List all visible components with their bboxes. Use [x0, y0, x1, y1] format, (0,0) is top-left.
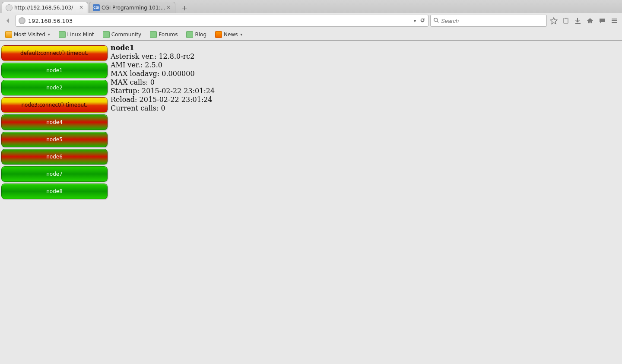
node-button-node8[interactable]: node8	[1, 184, 108, 199]
svg-rect-6	[612, 20, 617, 21]
bookmark-blog[interactable]: Blog	[184, 30, 208, 39]
bookmark-label: News	[224, 32, 238, 38]
node-label: node3:connect() timeout.	[21, 102, 87, 108]
node-label: node8	[46, 188, 63, 194]
browser-chrome: http://192.168.56.103/ × CGI CGI Program…	[0, 0, 622, 41]
chat-icon[interactable]	[597, 16, 607, 26]
node-button-default[interactable]: default:connect() timeout.	[1, 45, 108, 61]
tab-1[interactable]: CGI CGI Programming 101:... ×	[89, 2, 175, 13]
chevron-down-icon: ▾	[48, 32, 50, 37]
node-button-node3[interactable]: node3:connect() timeout.	[1, 97, 108, 113]
node-button-node4[interactable]: node4	[1, 114, 108, 130]
bookmark-community[interactable]: Community	[101, 30, 143, 39]
chevron-down-icon: ▾	[240, 32, 242, 37]
details-current-calls: Current calls: 0	[111, 104, 215, 113]
bookmark-label: Blog	[195, 32, 206, 38]
details-max-loadavg: MAX loadavg: 0.000000	[111, 70, 215, 78]
tab-title: CGI Programming 101:...	[102, 5, 165, 11]
tab-0[interactable]: http://192.168.56.103/ ×	[2, 2, 88, 13]
new-tab-button[interactable]: +	[179, 3, 190, 13]
details-asterisk-ver: Asterisk ver.: 12.8.0-rc2	[111, 52, 215, 61]
svg-line-1	[437, 21, 439, 22]
node-button-node6[interactable]: node6	[1, 149, 108, 165]
svg-rect-5	[612, 19, 617, 19]
svg-rect-7	[612, 22, 617, 23]
menu-icon[interactable]	[609, 16, 619, 26]
mint-icon	[150, 31, 157, 38]
svg-rect-3	[565, 18, 567, 19]
details-max-calls: MAX calls: 0	[111, 78, 215, 87]
node-details: node1 Asterisk ver.: 12.8.0-rc2 AMI ver.…	[110, 41, 216, 364]
node-label: node7	[46, 171, 63, 177]
tab-title: http://192.168.56.103/	[14, 5, 78, 11]
bookmark-linux-mint[interactable]: Linux Mint	[57, 30, 96, 39]
node-label: default:connect() timeout.	[20, 50, 89, 56]
cgi-icon: CGI	[93, 4, 100, 11]
node-label: node6	[46, 154, 63, 160]
nav-bar: 192.168.56.103 ▾	[0, 13, 622, 28]
home-icon[interactable]	[585, 16, 595, 26]
folder-icon	[5, 31, 12, 38]
bookmarks-bar: Most Visited ▾ Linux Mint Community Foru…	[0, 28, 622, 41]
url-bar[interactable]: 192.168.56.103 ▾	[16, 15, 428, 27]
bookmark-most-visited[interactable]: Most Visited ▾	[3, 30, 52, 39]
reload-icon[interactable]	[419, 17, 425, 25]
search-bar[interactable]	[430, 15, 547, 27]
clipboard-icon[interactable]	[561, 16, 571, 26]
tab-strip: http://192.168.56.103/ × CGI CGI Program…	[0, 0, 622, 13]
mint-icon	[186, 31, 193, 38]
svg-rect-2	[564, 18, 568, 23]
node-label: node2	[46, 85, 63, 91]
back-button[interactable]	[3, 15, 14, 26]
bookmark-label: Community	[111, 32, 141, 38]
mint-icon	[59, 31, 66, 38]
bookmark-label: Forums	[159, 32, 178, 38]
search-input[interactable]	[441, 18, 544, 24]
bookmark-star-icon[interactable]	[549, 16, 559, 26]
search-icon	[433, 17, 439, 25]
details-startup: Startup: 2015-02-22 23:01:24	[111, 87, 215, 95]
identity-icon	[19, 17, 25, 24]
node-button-node1[interactable]: node1	[1, 63, 108, 78]
details-ami-ver: AMI ver.: 2.5.0	[111, 61, 215, 70]
node-button-node7[interactable]: node7	[1, 166, 108, 182]
rss-icon	[215, 31, 222, 38]
node-label: node5	[46, 136, 63, 142]
mint-icon	[103, 31, 110, 38]
svg-point-0	[434, 18, 438, 21]
bookmark-label: Most Visited	[14, 32, 45, 38]
svg-rect-4	[575, 23, 581, 24]
node-button-node2[interactable]: node2	[1, 80, 108, 95]
close-icon[interactable]: ×	[165, 5, 171, 11]
globe-icon	[6, 4, 13, 11]
node-label: node1	[46, 67, 63, 73]
node-button-node5[interactable]: node5	[1, 132, 108, 147]
chevron-down-icon[interactable]: ▾	[414, 19, 416, 23]
downloads-icon[interactable]	[573, 16, 583, 26]
back-icon	[5, 17, 12, 24]
bookmark-forums[interactable]: Forums	[148, 30, 179, 39]
details-reload: Reload: 2015-02-22 23:01:24	[111, 95, 215, 104]
page-content: default:connect() timeout. node1 node2 n…	[0, 41, 622, 364]
close-icon[interactable]: ×	[78, 5, 84, 11]
details-title: node1	[111, 44, 134, 52]
bookmark-news[interactable]: News ▾	[213, 30, 244, 39]
bookmark-label: Linux Mint	[67, 32, 94, 38]
url-text: 192.168.56.103	[28, 18, 410, 24]
sidebar: default:connect() timeout. node1 node2 n…	[0, 41, 110, 364]
node-label: node4	[46, 119, 63, 125]
